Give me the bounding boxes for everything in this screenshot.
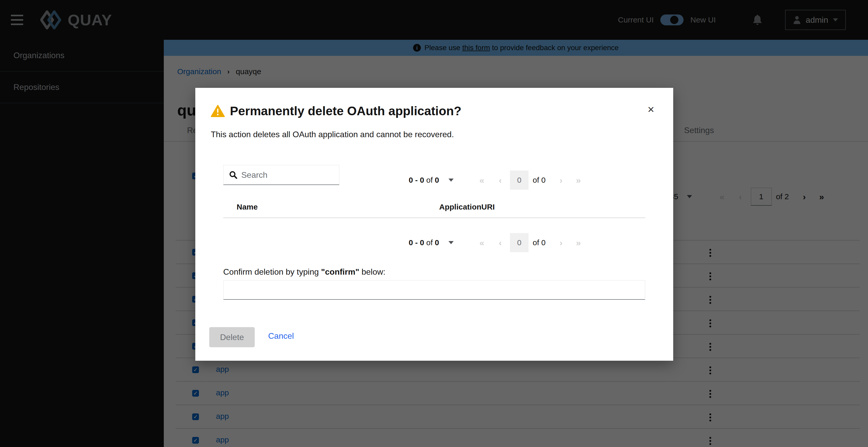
delete-oauth-modal: Permanently delete OAuth application? ✕ … bbox=[195, 88, 673, 361]
quay-app: QUAY Current UI New UI admin bbox=[0, 0, 868, 447]
pagination-of-word: of bbox=[426, 176, 433, 184]
confirm-input[interactable] bbox=[223, 280, 645, 300]
modal-search bbox=[223, 165, 339, 185]
per-page-caret-icon[interactable] bbox=[448, 179, 454, 182]
confirm-label: Confirm deletion by typing "confirm" bel… bbox=[223, 267, 385, 277]
column-name: Name bbox=[237, 203, 258, 211]
next-page-button[interactable]: › bbox=[560, 175, 562, 185]
page-of-label: of 0 bbox=[533, 238, 546, 247]
modal-pagination-bottom: 0 - 0 of 0 « ‹ of 0 › » bbox=[409, 233, 581, 252]
page-number-input[interactable] bbox=[510, 171, 529, 190]
prev-page-button[interactable]: ‹ bbox=[499, 238, 502, 248]
per-page-caret-icon[interactable] bbox=[448, 241, 454, 244]
search-input[interactable] bbox=[241, 170, 329, 180]
cancel-button[interactable]: Cancel bbox=[268, 331, 294, 341]
first-page-button[interactable]: « bbox=[479, 238, 485, 248]
pagination-of-word: of bbox=[426, 238, 433, 247]
pagination-total: 0 bbox=[435, 238, 439, 247]
delete-button[interactable]: Delete bbox=[209, 327, 255, 347]
last-page-button[interactable]: » bbox=[576, 175, 581, 185]
search-icon bbox=[229, 171, 237, 179]
modal-title: Permanently delete OAuth application? bbox=[230, 104, 461, 118]
modal-table-header: Name ApplicationURI bbox=[223, 202, 645, 218]
confirm-word: "confirm" bbox=[321, 267, 359, 276]
last-page-button[interactable]: » bbox=[576, 238, 581, 248]
prev-page-button[interactable]: ‹ bbox=[499, 175, 502, 185]
pagination-range: 0 - 0 bbox=[409, 176, 424, 184]
column-application-uri: ApplicationURI bbox=[439, 203, 495, 211]
page-number-input[interactable] bbox=[510, 233, 529, 252]
page-of-label: of 0 bbox=[533, 176, 546, 184]
pagination-total: 0 bbox=[435, 176, 439, 184]
modal-pagination-top: 0 - 0 of 0 « ‹ of 0 › » bbox=[409, 171, 581, 190]
close-icon[interactable]: ✕ bbox=[647, 105, 655, 115]
pagination-range: 0 - 0 bbox=[409, 238, 424, 247]
warning-triangle-icon bbox=[211, 105, 225, 117]
next-page-button[interactable]: › bbox=[560, 238, 562, 248]
modal-body-text: This action deletes all OAuth applicatio… bbox=[211, 130, 454, 139]
first-page-button[interactable]: « bbox=[479, 175, 485, 185]
